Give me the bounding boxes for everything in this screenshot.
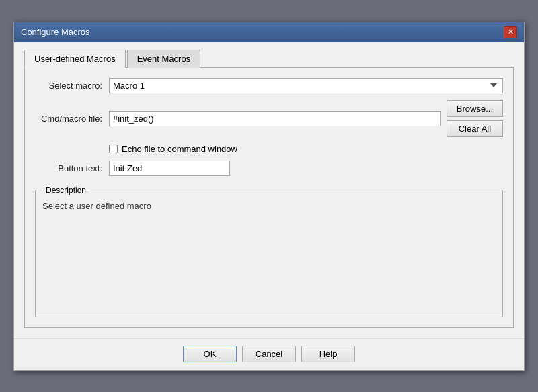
title-bar-controls: ✕ xyxy=(504,26,517,38)
configure-macros-dialog: Configure Macros ✕ User-defined Macros E… xyxy=(13,22,525,371)
cmd-macro-file-input[interactable] xyxy=(109,111,441,126)
clear-all-button[interactable]: Clear All xyxy=(447,120,503,137)
bottom-buttons: OK Cancel Help xyxy=(14,338,524,370)
echo-checkbox[interactable] xyxy=(109,145,118,153)
select-macro-dropdown[interactable]: Macro 1 xyxy=(109,78,503,93)
description-legend: Description xyxy=(42,186,89,195)
help-button[interactable]: Help xyxy=(301,346,355,362)
select-macro-field: Macro 1 xyxy=(109,78,503,93)
description-text: Select a user defined macro xyxy=(36,198,502,218)
cancel-button[interactable]: Cancel xyxy=(242,346,296,362)
echo-checkbox-label: Echo file to command window xyxy=(122,144,237,154)
echo-checkbox-row: Echo file to command window xyxy=(109,144,503,154)
cmd-macro-file-label: Cmd/macro file: xyxy=(35,114,109,124)
button-text-input[interactable] xyxy=(109,161,230,176)
button-text-label: Button text: xyxy=(35,163,109,173)
cmd-macro-file-field xyxy=(109,111,441,126)
browse-button[interactable]: Browse... xyxy=(447,100,503,117)
cmd-macro-actions: Browse... Clear All xyxy=(447,100,503,137)
select-macro-row: Select macro: Macro 1 xyxy=(35,78,503,93)
ok-button[interactable]: OK xyxy=(183,346,237,362)
tab-user-defined[interactable]: User-defined Macros xyxy=(24,50,126,68)
dialog-content: User-defined Macros Event Macros Select … xyxy=(14,42,524,338)
button-text-row: Button text: xyxy=(35,161,503,176)
dialog-title: Configure Macros xyxy=(21,27,90,37)
description-group: Description Select a user defined macro xyxy=(35,190,503,317)
cmd-macro-file-row: Cmd/macro file: Browse... Clear All xyxy=(35,100,503,137)
button-text-field xyxy=(109,161,503,176)
tab-bar: User-defined Macros Event Macros xyxy=(24,49,514,68)
tab-event-macros[interactable]: Event Macros xyxy=(127,50,200,68)
select-macro-label: Select macro: xyxy=(35,81,109,91)
title-bar: Configure Macros ✕ xyxy=(14,22,524,42)
close-button[interactable]: ✕ xyxy=(504,26,517,38)
tab-panel-user-defined: Select macro: Macro 1 Cmd/macro file: Br… xyxy=(24,68,514,328)
